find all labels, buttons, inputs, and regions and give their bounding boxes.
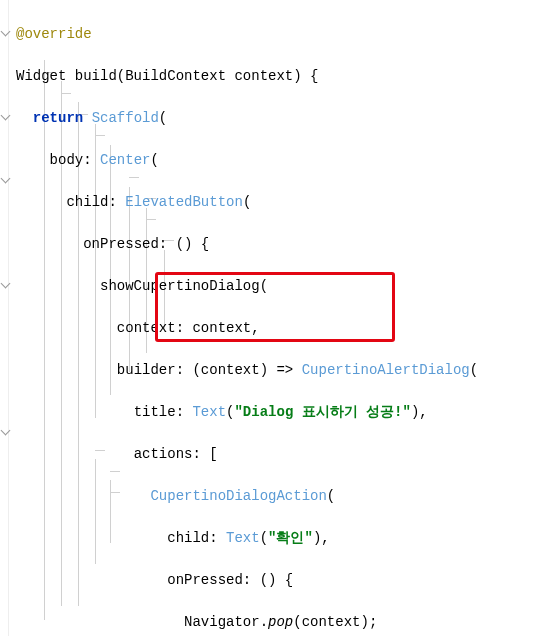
code-line: CupertinoDialogAction( [16,486,478,507]
code-line: context: context, [16,318,478,339]
code-line: onPressed: () { [16,234,478,255]
code-line: builder: (context) => CupertinoAlertDial… [16,360,478,381]
code-line: actions: [ [16,444,478,465]
code-editor[interactable]: @override Widget build(BuildContext cont… [10,0,478,636]
code-line: child: ElevatedButton( [16,192,478,213]
fold-indicator-icon[interactable] [1,174,11,184]
fold-indicator-icon[interactable] [1,111,11,121]
fold-indicator-icon[interactable] [1,279,11,289]
code-line: title: Text("Dialog 표시하기 성공!"), [16,402,478,423]
code-line: body: Center( [16,150,478,171]
code-line: return Scaffold( [16,108,478,129]
fold-indicator-icon[interactable] [1,426,11,436]
fold-indicator-icon[interactable] [1,27,11,37]
code-line: @override [16,24,478,45]
code-line: Navigator.pop(context); [16,612,478,633]
fold-gutter[interactable] [0,0,9,636]
code-line: child: Text("확인"), [16,528,478,549]
code-line: onPressed: () { [16,570,478,591]
code-line: Widget build(BuildContext context) { [16,66,478,87]
code-line: showCupertinoDialog( [16,276,478,297]
